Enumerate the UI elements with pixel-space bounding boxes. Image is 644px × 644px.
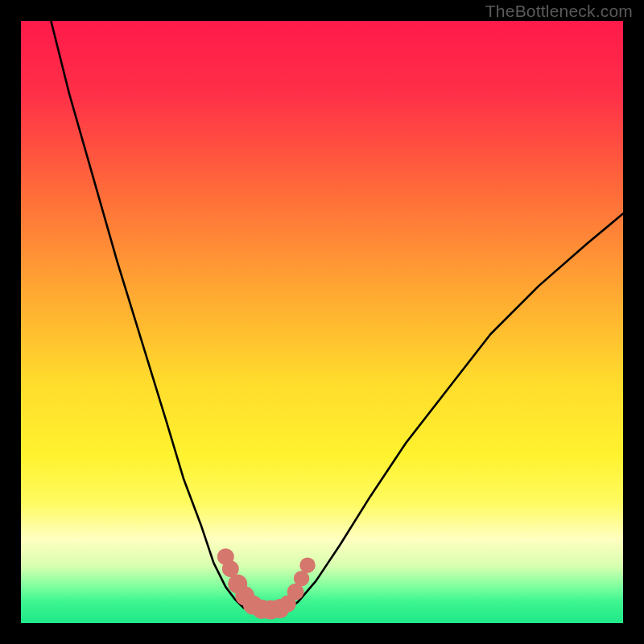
svg-rect-0 [21,21,623,623]
watermark-text: TheBottleneck.com [485,2,633,21]
background-gradient [21,21,623,623]
chart-frame [21,21,623,623]
